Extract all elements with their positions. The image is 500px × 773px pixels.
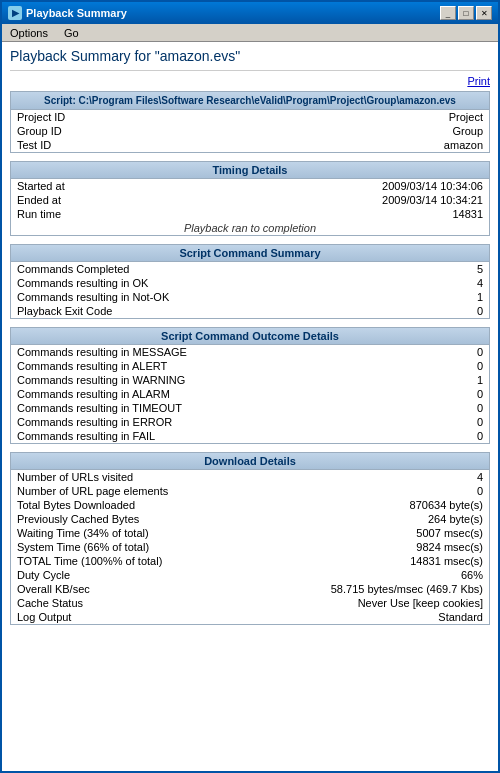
completion-message: Playback ran to completion — [11, 221, 489, 235]
row-label: Started at — [17, 180, 65, 192]
row-label: Project ID — [11, 110, 270, 124]
row-value: Never Use [keep cookies] — [358, 597, 483, 609]
row-value: 870634 byte(s) — [410, 499, 483, 511]
title-bar: ▶ Playback Summary _ □ ✕ — [2, 2, 498, 24]
table-row: Started at2009/03/14 10:34:06 — [11, 179, 489, 193]
row-label: Number of URL page elements — [17, 485, 168, 497]
title-divider — [10, 70, 490, 71]
row-value: Group — [270, 124, 489, 138]
row-label: Previously Cached Bytes — [17, 513, 139, 525]
row-label: Cache Status — [17, 597, 83, 609]
row-value: 1 — [477, 291, 483, 303]
close-button[interactable]: ✕ — [476, 6, 492, 20]
title-bar-left: ▶ Playback Summary — [8, 6, 127, 20]
row-value: 0 — [477, 360, 483, 372]
row-value: 0 — [477, 388, 483, 400]
table-row: Commands Completed5 — [11, 262, 489, 276]
menu-bar: Options Go — [2, 24, 498, 42]
table-row: Commands resulting in WARNING1 — [11, 373, 489, 387]
row-value: 0 — [477, 402, 483, 414]
menu-go[interactable]: Go — [60, 26, 83, 40]
row-value: Project — [270, 110, 489, 124]
script-path: Script: C:\Program Files\Software Resear… — [11, 92, 489, 110]
row-value: 4 — [477, 471, 483, 483]
row-label: Test ID — [11, 138, 270, 152]
download-section: Download Details Number of URLs visited4… — [10, 452, 490, 625]
print-link[interactable]: Print — [10, 75, 490, 87]
row-label: Commands resulting in TIMEOUT — [17, 402, 182, 414]
row-value: 2009/03/14 10:34:06 — [382, 180, 483, 192]
row-value: 0 — [477, 485, 483, 497]
row-value: 5 — [477, 263, 483, 275]
timing-section: Timing Details Started at2009/03/14 10:3… — [10, 161, 490, 236]
row-label: Ended at — [17, 194, 61, 206]
window-controls: _ □ ✕ — [440, 6, 492, 20]
row-label: Number of URLs visited — [17, 471, 133, 483]
row-label: Duty Cycle — [17, 569, 70, 581]
restore-button[interactable]: □ — [458, 6, 474, 20]
table-row: Group IDGroup — [11, 124, 489, 138]
menu-options[interactable]: Options — [6, 26, 52, 40]
row-label: Commands resulting in ERROR — [17, 416, 172, 428]
app-icon: ▶ — [8, 6, 22, 20]
row-label: Commands resulting in OK — [17, 277, 148, 289]
content-area[interactable]: Playback Summary for "amazon.evs" Print … — [2, 42, 498, 771]
row-value: 0 — [477, 305, 483, 317]
row-value: 4 — [477, 277, 483, 289]
table-row: Commands resulting in FAIL0 — [11, 429, 489, 443]
row-value: Standard — [438, 611, 483, 623]
row-label: Commands resulting in MESSAGE — [17, 346, 187, 358]
command-summary-header: Script Command Summary — [11, 245, 489, 262]
script-info-table: Project IDProjectGroup IDGroupTest IDama… — [11, 110, 489, 152]
table-row: Project IDProject — [11, 110, 489, 124]
row-label: TOTAL Time (100%% of total) — [17, 555, 162, 567]
row-value: 5007 msec(s) — [416, 527, 483, 539]
row-value: 14831 msec(s) — [410, 555, 483, 567]
table-row: Number of URL page elements0 — [11, 484, 489, 498]
table-row: Commands resulting in MESSAGE0 — [11, 345, 489, 359]
table-row: Commands resulting in Not-OK1 — [11, 290, 489, 304]
table-row: Commands resulting in OK4 — [11, 276, 489, 290]
table-row: Waiting Time (34% of total)5007 msec(s) — [11, 526, 489, 540]
timing-header: Timing Details — [11, 162, 489, 179]
row-label: Commands Completed — [17, 263, 130, 275]
row-label: Playback Exit Code — [17, 305, 112, 317]
table-row: Overall KB/sec58.715 bytes/msec (469.7 K… — [11, 582, 489, 596]
table-row: Total Bytes Downloaded870634 byte(s) — [11, 498, 489, 512]
outcome-section: Script Command Outcome Details Commands … — [10, 327, 490, 444]
table-row: Commands resulting in ERROR0 — [11, 415, 489, 429]
row-label: System Time (66% of total) — [17, 541, 149, 553]
row-label: Commands resulting in ALERT — [17, 360, 167, 372]
row-label: Commands resulting in Not-OK — [17, 291, 169, 303]
script-section: Script: C:\Program Files\Software Resear… — [10, 91, 490, 153]
row-label: Commands resulting in ALARM — [17, 388, 170, 400]
table-row: Number of URLs visited4 — [11, 470, 489, 484]
row-label: Overall KB/sec — [17, 583, 90, 595]
minimize-button[interactable]: _ — [440, 6, 456, 20]
main-window: ▶ Playback Summary _ □ ✕ Options Go Play… — [0, 0, 500, 773]
row-label: Run time — [17, 208, 61, 220]
table-row: Cache StatusNever Use [keep cookies] — [11, 596, 489, 610]
row-value: 14831 — [452, 208, 483, 220]
command-summary-section: Script Command Summary Commands Complete… — [10, 244, 490, 319]
row-value: 264 byte(s) — [428, 513, 483, 525]
table-row: Commands resulting in ALARM0 — [11, 387, 489, 401]
table-row: Test IDamazon — [11, 138, 489, 152]
table-row: Run time14831 — [11, 207, 489, 221]
table-row: Commands resulting in ALERT0 — [11, 359, 489, 373]
table-row: Commands resulting in TIMEOUT0 — [11, 401, 489, 415]
row-value: 1 — [477, 374, 483, 386]
row-value: 9824 msec(s) — [416, 541, 483, 553]
row-label: Waiting Time (34% of total) — [17, 527, 149, 539]
row-value: 0 — [477, 346, 483, 358]
download-header: Download Details — [11, 453, 489, 470]
row-label: Total Bytes Downloaded — [17, 499, 135, 511]
outcome-header: Script Command Outcome Details — [11, 328, 489, 345]
table-row: System Time (66% of total)9824 msec(s) — [11, 540, 489, 554]
table-row: Log OutputStandard — [11, 610, 489, 624]
table-row: Playback Exit Code0 — [11, 304, 489, 318]
row-value: 0 — [477, 416, 483, 428]
row-value: 2009/03/14 10:34:21 — [382, 194, 483, 206]
row-value: 58.715 bytes/msec (469.7 Kbs) — [331, 583, 483, 595]
table-row: Ended at2009/03/14 10:34:21 — [11, 193, 489, 207]
